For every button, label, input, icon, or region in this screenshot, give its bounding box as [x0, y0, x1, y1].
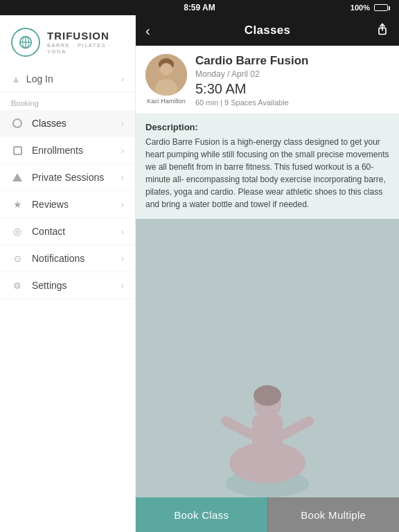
yoga-figure-svg	[198, 324, 337, 497]
sidebar-item-settings-left: ⚙ Settings	[11, 280, 67, 291]
reviews-icon: ★	[11, 199, 24, 210]
class-header: Kaci Hamilton Cardio Barre Fusion Monday…	[136, 46, 399, 114]
reviews-chevron-icon: ›	[121, 199, 124, 210]
description-text: Cardio Barre Fusion is a high-energy cla…	[145, 136, 389, 211]
status-bar-time: 8:59 AM	[136, 3, 262, 12]
sidebar-item-enrollments[interactable]: Enrollments ›	[0, 137, 135, 164]
app-container: TRIFUSION BARRE · PILATES · YOGA ▲ Log I…	[0, 15, 399, 532]
bell-icon: ⊙	[14, 254, 21, 264]
class-duration: 60 min	[195, 98, 218, 107]
instructor-avatar	[145, 54, 187, 96]
description-label: Description:	[145, 122, 389, 132]
status-bar-right: 100%	[263, 3, 388, 12]
login-left: ▲ Log In	[11, 73, 53, 85]
avatar-person-svg	[145, 54, 187, 96]
nav-bar: ‹ Classes	[136, 15, 399, 46]
share-icon	[375, 22, 389, 36]
sidebar-item-reviews[interactable]: ★ Reviews ›	[0, 191, 135, 218]
logo-text: TRIFUSION BARRE · PILATES · YOGA	[47, 30, 124, 55]
class-bg-image	[136, 219, 399, 497]
book-class-button[interactable]: Book Class	[136, 497, 267, 532]
logo-circle	[11, 28, 40, 57]
bottom-buttons: Book Class Book Multiple	[136, 497, 399, 532]
sidebar-item-reviews-left: ★ Reviews	[11, 199, 69, 210]
sidebar-item-settings[interactable]: ⚙ Settings ›	[0, 272, 135, 299]
class-date: Monday / April 02	[195, 69, 389, 79]
sidebar-item-enrollments-left: Enrollments	[11, 145, 83, 156]
location-pin-icon: ◎	[13, 226, 21, 237]
svg-point-10	[160, 63, 172, 76]
private-sessions-label: Private Sessions	[32, 172, 104, 183]
class-details: 60 min | 9 Spaces Available	[195, 98, 389, 107]
svg-line-15	[283, 421, 309, 435]
private-sessions-icon	[11, 173, 24, 181]
sidebar-login-item[interactable]: ▲ Log In ›	[0, 66, 135, 92]
sidebar: TRIFUSION BARRE · PILATES · YOGA ▲ Log I…	[0, 15, 136, 532]
notifications-label: Notifications	[32, 253, 85, 264]
class-time: 5:30 AM	[195, 81, 389, 97]
star-icon: ★	[13, 199, 22, 210]
square-icon	[13, 146, 22, 155]
svg-line-14	[226, 421, 252, 435]
login-chevron-icon: ›	[121, 73, 124, 85]
nav-title: Classes	[245, 24, 290, 37]
sidebar-item-classes[interactable]: Classes ›	[0, 110, 135, 137]
instructor-name-tag: Kaci Hamilton	[147, 98, 186, 105]
logo-icon	[18, 35, 33, 50]
contact-icon: ◎	[11, 226, 24, 237]
enrollments-icon	[11, 146, 24, 155]
class-title: Cardio Barre Fusion	[195, 54, 389, 68]
circle-icon	[12, 118, 22, 128]
sidebar-item-contact[interactable]: ◎ Contact ›	[0, 218, 135, 245]
contact-chevron-icon: ›	[121, 226, 124, 237]
class-spaces: 9 Spaces Available	[224, 98, 289, 107]
description-box: Description: Cardio Barre Fusion is a hi…	[136, 114, 399, 219]
logo-name: TRIFUSION	[47, 30, 124, 41]
gear-icon: ⚙	[13, 281, 21, 291]
instructor-avatar-wrapper: Kaci Hamilton	[145, 54, 187, 105]
login-label: Log In	[26, 73, 53, 85]
triangle-icon	[12, 173, 22, 181]
settings-label: Settings	[32, 280, 67, 291]
booking-section-label: Booking	[0, 92, 135, 110]
sidebar-item-notifications-left: ⊙ Notifications	[11, 253, 85, 264]
sidebar-item-contact-left: ◎ Contact	[11, 226, 65, 237]
back-button[interactable]: ‹	[145, 23, 166, 39]
sidebar-item-private-sessions-left: Private Sessions	[11, 172, 104, 183]
enrollments-label: Enrollments	[32, 145, 83, 156]
sidebar-item-notifications[interactable]: ⊙ Notifications ›	[0, 245, 135, 272]
sidebar-item-private-sessions[interactable]: Private Sessions ›	[0, 164, 135, 191]
sidebar-logo: TRIFUSION BARRE · PILATES · YOGA	[0, 15, 135, 66]
person-icon: ▲	[11, 73, 21, 85]
notifications-chevron-icon: ›	[121, 253, 124, 264]
share-button[interactable]	[369, 22, 389, 39]
settings-chevron-icon: ›	[121, 280, 124, 291]
svg-rect-13	[252, 414, 283, 463]
status-bar: 8:59 AM 100%	[0, 0, 399, 15]
main-content: ‹ Classes	[136, 15, 399, 532]
notifications-icon: ⊙	[11, 254, 24, 264]
battery-percent: 100%	[351, 3, 370, 12]
battery-icon	[374, 4, 388, 11]
class-info: Cardio Barre Fusion Monday / April 02 5:…	[195, 54, 389, 107]
reviews-label: Reviews	[32, 199, 69, 210]
svg-point-17	[254, 385, 281, 406]
private-sessions-chevron-icon: ›	[121, 172, 124, 183]
enrollments-chevron-icon: ›	[121, 145, 124, 156]
classes-chevron-icon: ›	[121, 118, 124, 129]
book-multiple-button[interactable]: Book Multiple	[268, 497, 400, 532]
settings-icon: ⚙	[11, 281, 24, 291]
logo-tagline: BARRE · PILATES · YOGA	[47, 42, 124, 55]
classes-icon	[11, 118, 24, 128]
classes-label: Classes	[32, 118, 66, 129]
contact-label: Contact	[32, 226, 65, 237]
sidebar-item-classes-left: Classes	[11, 118, 66, 129]
